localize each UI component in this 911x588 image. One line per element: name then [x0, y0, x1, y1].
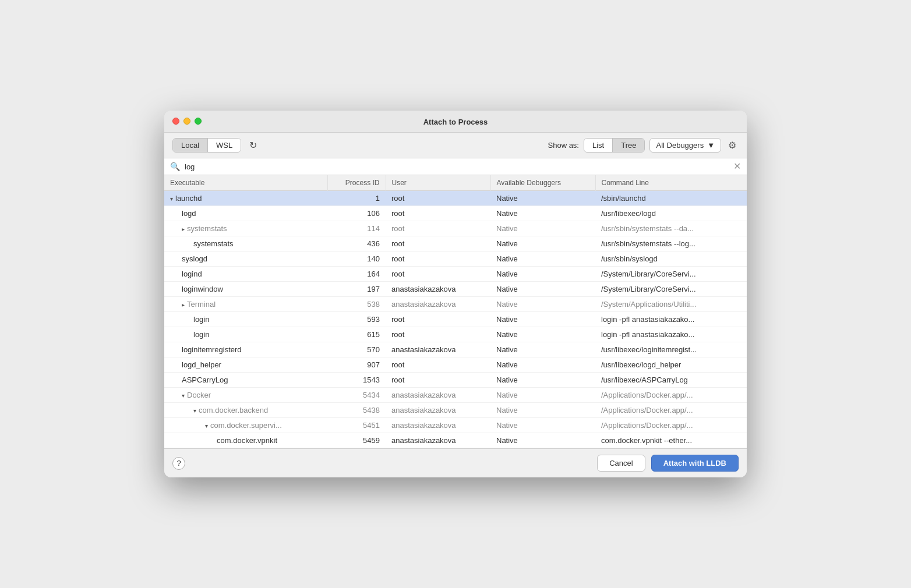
table-row[interactable]: systemstats436rootNative/usr/sbin/system… [164, 236, 747, 252]
table-row[interactable]: logd_helper907rootNative/usr/libexec/log… [164, 357, 747, 373]
cell-debuggers: Native [490, 433, 595, 448]
cell-debuggers: Native [490, 252, 595, 267]
tree-view-button[interactable]: Tree [613, 139, 644, 152]
cell-user: root [386, 191, 490, 206]
cell-pid: 114 [327, 221, 386, 236]
cell-user: root [386, 236, 490, 252]
expand-icon: ▸ [182, 302, 185, 308]
cell-pid: 1543 [327, 373, 386, 388]
column-header-cmdline: Command Line [595, 175, 747, 191]
attach-button[interactable]: Attach with LLDB [651, 455, 739, 472]
maximize-button[interactable] [195, 118, 202, 125]
table-row[interactable]: syslogd140rootNative/usr/sbin/syslogd [164, 252, 747, 267]
table-row[interactable]: loginwindow197anastasiakazakovaNative/Sy… [164, 282, 747, 297]
cell-pid: 1 [327, 191, 386, 206]
table-row[interactable]: login615rootNativelogin -pfl anastasiaka… [164, 327, 747, 342]
debugger-dropdown[interactable]: All Debuggers ▼ [649, 138, 721, 153]
table-row[interactable]: ▾Docker5434anastasiakazakovaNative/Appli… [164, 388, 747, 403]
cell-executable: login [164, 327, 327, 342]
expand-icon: ▾ [182, 392, 185, 399]
search-icon: 🔍 [170, 162, 180, 171]
column-header-executable: Executable [164, 175, 327, 191]
clear-search-button[interactable]: ✕ [733, 162, 741, 171]
cell-debuggers: Native [490, 206, 595, 221]
cell-pid: 5451 [327, 418, 386, 433]
table-row[interactable]: ▾launchd1rootNative/sbin/launchd [164, 191, 747, 206]
table-row[interactable]: com.docker.vpnkit5459anastasiakazakovaNa… [164, 433, 747, 448]
cell-pid: 538 [327, 297, 386, 312]
cell-pid: 593 [327, 312, 386, 327]
cell-user: root [386, 373, 490, 388]
cell-pid: 570 [327, 342, 386, 357]
cell-user: root [386, 312, 490, 327]
table-body: ▾launchd1rootNative/sbin/launchdlogd106r… [164, 191, 747, 448]
table-header-row: Executable Process ID User Available Deb… [164, 175, 747, 191]
expand-icon: ▸ [182, 226, 185, 232]
cell-pid: 164 [327, 267, 386, 282]
local-button[interactable]: Local [173, 139, 208, 152]
refresh-button[interactable]: ↻ [246, 137, 260, 153]
cell-executable: logd_helper [164, 357, 327, 373]
cell-cmdline: /Applications/Docker.app/... [595, 418, 747, 433]
table-row[interactable]: login593rootNativelogin -pfl anastasiaka… [164, 312, 747, 327]
cell-debuggers: Native [490, 191, 595, 206]
cancel-button[interactable]: Cancel [597, 455, 645, 472]
cell-executable: ▸systemstats [164, 221, 327, 236]
cell-user: anastasiakazakova [386, 297, 490, 312]
cell-debuggers: Native [490, 297, 595, 312]
cell-cmdline: login -pfl anastasiakazako... [595, 327, 747, 342]
cell-executable: loginitemregisterd [164, 342, 327, 357]
search-bar: 🔍 ✕ [164, 158, 747, 175]
cell-debuggers: Native [490, 373, 595, 388]
table-row[interactable]: ▸Terminal538anastasiakazakovaNative/Syst… [164, 297, 747, 312]
cell-user: root [386, 357, 490, 373]
table-row[interactable]: ASPCarryLog1543rootNative/usr/libexec/AS… [164, 373, 747, 388]
search-input[interactable] [185, 162, 729, 171]
table-row[interactable]: loginitemregisterd570anastasiakazakovaNa… [164, 342, 747, 357]
cell-debuggers: Native [490, 236, 595, 252]
cell-user: root [386, 252, 490, 267]
cell-cmdline: /usr/sbin/syslogd [595, 252, 747, 267]
cell-pid: 5438 [327, 403, 386, 418]
cell-cmdline: /System/Applications/Utiliti... [595, 297, 747, 312]
cell-cmdline: /sbin/launchd [595, 191, 747, 206]
cell-debuggers: Native [490, 342, 595, 357]
table-row[interactable]: logind164rootNative/System/Library/CoreS… [164, 267, 747, 282]
cell-debuggers: Native [490, 388, 595, 403]
cell-cmdline: /Applications/Docker.app/... [595, 403, 747, 418]
cell-user: anastasiakazakova [386, 433, 490, 448]
cell-cmdline: login -pfl anastasiakazako... [595, 312, 747, 327]
help-button[interactable]: ? [172, 457, 185, 470]
cell-debuggers: Native [490, 357, 595, 373]
cell-executable: logind [164, 267, 327, 282]
cell-executable: com.docker.vpnkit [164, 433, 327, 448]
cell-cmdline: /usr/libexec/logd [595, 206, 747, 221]
cell-cmdline: /System/Library/CoreServi... [595, 282, 747, 297]
cell-debuggers: Native [490, 282, 595, 297]
expand-icon: ▾ [205, 423, 208, 429]
close-button[interactable] [172, 118, 179, 125]
table-row[interactable]: ▾com.docker.supervi...5451anastasiakazak… [164, 418, 747, 433]
environment-group: Local WSL [172, 138, 241, 153]
wsl-button[interactable]: WSL [208, 139, 241, 152]
cell-cmdline: /usr/libexec/ASPCarryLog [595, 373, 747, 388]
table-row[interactable]: ▸systemstats114rootNative/usr/sbin/syste… [164, 221, 747, 236]
debugger-dropdown-label: All Debuggers [656, 141, 704, 150]
cell-executable: ▾launchd [164, 191, 327, 206]
expand-icon: ▾ [170, 196, 173, 202]
cell-executable: ▾Docker [164, 388, 327, 403]
column-header-debuggers: Available Debuggers [490, 175, 595, 191]
list-view-button[interactable]: List [584, 139, 613, 152]
traffic-lights [172, 118, 202, 125]
cell-executable: logd [164, 206, 327, 221]
cell-cmdline: /System/Library/CoreServi... [595, 267, 747, 282]
cell-user: root [386, 221, 490, 236]
minimize-button[interactable] [183, 118, 190, 125]
cell-pid: 197 [327, 282, 386, 297]
settings-button[interactable]: ⚙ [726, 137, 739, 153]
cell-user: root [386, 267, 490, 282]
table-row[interactable]: logd106rootNative/usr/libexec/logd [164, 206, 747, 221]
table-row[interactable]: ▾com.docker.backend5438anastasiakazakova… [164, 403, 747, 418]
cell-executable: login [164, 312, 327, 327]
dialog-title: Attach to Process [423, 118, 488, 126]
